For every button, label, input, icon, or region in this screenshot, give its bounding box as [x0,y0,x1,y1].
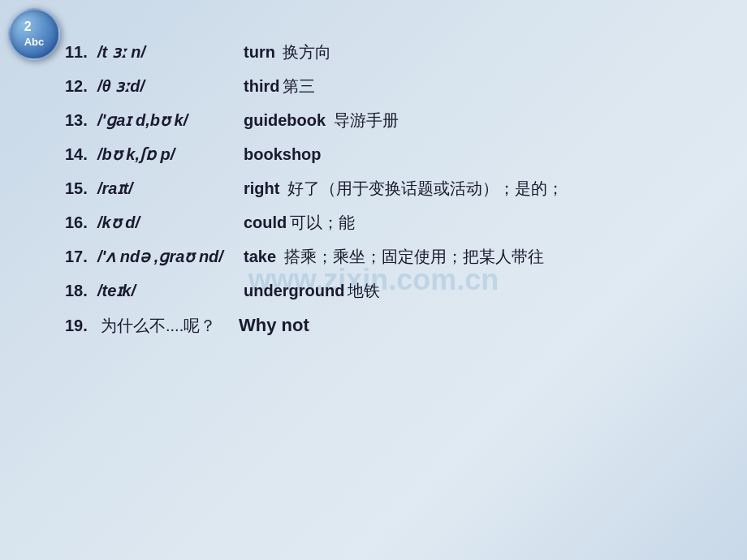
logo-inner: 2Abc [8,8,60,60]
english-word: take [244,245,276,268]
list-item: 12. /θ ɜːd/ third 第三 [65,75,731,97]
chinese-meaning: 导游手册 [329,109,399,131]
english-word: bookshop [244,143,322,166]
list-item: 19. 为什么不....呢？ Why not [65,313,731,338]
english-word: right [244,177,279,200]
phonetic: /teɪk/ [97,279,244,302]
logo-text: 2Abc [24,19,45,48]
phonetic: /t ɜː n/ [97,41,244,63]
chinese-meaning: 可以；能 [290,211,355,234]
english-phrase: Why not [239,313,309,338]
item-number: 15. [65,177,97,200]
chinese-meaning: 地铁 [348,279,380,302]
chinese-meaning: 搭乘；乘坐；固定使用；把某人带往 [279,245,544,268]
item-number: 11. [65,41,97,63]
item-number: 12. [65,75,97,97]
chinese-meaning: 好了（用于变换话题或活动）；是的； [283,177,563,200]
list-item: 17. /'ʌ ndə ,ɡraʊ nd/ take 搭乘；乘坐；固定使用；把某… [65,245,731,268]
item-number: 19. [65,314,97,337]
chinese-meaning: 换方向 [279,41,332,63]
phonetic: /'ɡaɪ d,bʊ k/ [97,109,244,131]
phonetic: /kʊ d/ [97,211,244,234]
item-number: 16. [65,211,97,234]
item-number: 13. [65,109,97,131]
list-item: 16. /kʊ d/ could 可以；能 [65,211,731,234]
list-item: 15. /raɪt/ right 好了（用于变换话题或活动）；是的； [65,177,731,200]
list-item: 14. /bʊ k,ʃɒ p/ bookshop [65,143,731,166]
phonetic: /'ʌ ndə ,ɡraʊ nd/ [97,245,244,268]
logo: 2Abc [8,8,67,67]
item-number: 17. [65,245,97,268]
item-number: 14. [65,143,97,166]
english-word: underground [244,279,344,302]
phonetic: /bʊ k,ʃɒ p/ [97,143,244,166]
chinese-meaning: 第三 [283,75,315,97]
english-word: turn [244,41,275,63]
english-word: could [244,211,287,234]
list-item: 11. /t ɜː n/ turn 换方向 [65,41,731,63]
phonetic: /raɪt/ [97,177,244,200]
english-word: guidebook [244,109,326,131]
list-item: 13. /'ɡaɪ d,bʊ k/ guidebook 导游手册 [65,109,731,131]
item-number: 18. [65,279,97,302]
phonetic: /θ ɜːd/ [97,75,244,97]
english-word: third [244,75,279,97]
chinese-prefix: 为什么不....呢？ [101,314,239,337]
vocab-list: 11. /t ɜː n/ turn 换方向 12. /θ ɜːd/ third … [65,41,731,544]
list-item: 18. /teɪk/ underground 地铁 [65,279,731,302]
